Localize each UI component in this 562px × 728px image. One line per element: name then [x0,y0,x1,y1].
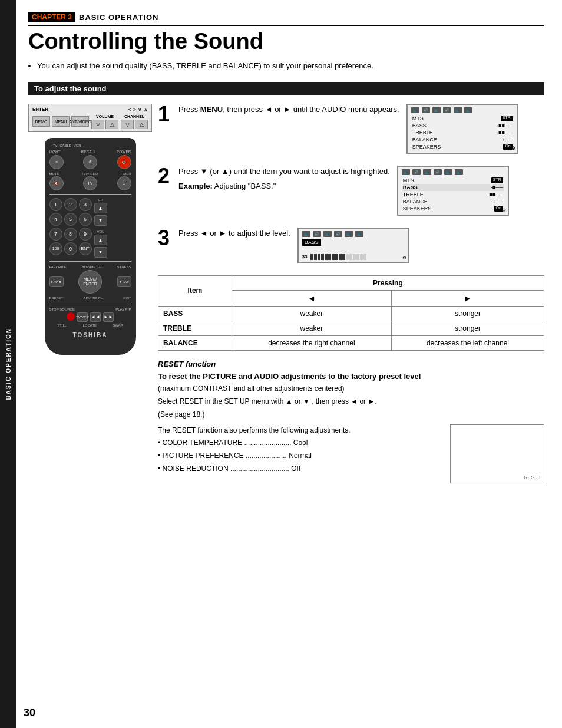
number-grid: 1 2 3 4 5 6 7 8 9 100 0 ENT [49,198,92,255]
reset-image-box: RESET [450,424,544,483]
rec-button[interactable] [67,312,75,321]
reset-item-3: • NOISE REDUCTION ......................… [158,463,441,476]
cp-arrows: < > ∨ ∧ [128,107,148,113]
ch-up-btn[interactable]: ▲ [94,203,107,213]
remote-container: →TV CABLE VCR LIGHT RECALL POWER ☀ ↺ ⏻ [28,138,152,355]
cp-enter-label: ENTER [32,107,48,113]
table-bass-right: stronger [391,306,544,321]
tv2-row-balance: BALANCE ·←─· [402,198,504,205]
step-3-number: 3 [158,228,173,249]
fav-right-button[interactable]: ►FAY [117,276,131,287]
cp-row1: ENTER < > ∨ ∧ [32,107,148,113]
page-title: Controlling the Sound [28,29,544,54]
step-3-content: Press ◄ or ► to adjust the level. 📺 🔊 📺 … [178,228,544,265]
table-treble-right: stronger [391,321,544,335]
ff-button[interactable]: ►► [103,312,114,322]
table-row-bass: BASS weaker stronger [158,306,544,321]
cp-ch-up[interactable]: △ [135,120,148,129]
sidebar: BASIC OPERATION [0,0,16,728]
vol-label: VOL [94,230,107,233]
cp-vol-down[interactable]: ▽ [91,120,104,129]
nav-row: FAV◄ MENU/ENTER ►FAY [49,270,131,294]
cp-ch-down[interactable]: ▽ [121,120,134,129]
reset-item-1: • COLOR TEMPERATURE ....................… [158,437,441,450]
bass-title: BASS [302,239,321,246]
recall-button[interactable]: ↺ [83,155,97,169]
btn-1[interactable]: 1 [49,198,62,211]
reset-item-2: • PICTURE PREFERENCE ...................… [158,450,441,463]
transport-row1: TV/VCR ◄◄ ►► [49,312,131,322]
timer-button[interactable]: ⏱ [117,176,131,190]
tv-screen-2: 📺 🔊 📺 🔊 📺 📺 MTS STR [397,166,509,216]
table-row-treble: TREBLE weaker stronger [158,321,544,335]
reset-list: The RESET function also performs the fol… [158,424,441,483]
preset-label: PRESET [49,297,64,300]
btn-2[interactable]: 2 [64,198,77,211]
cp-channel-label: CHANNEL [124,114,144,118]
tv-video-button[interactable]: TV [83,176,97,190]
btn-0[interactable]: 0 [64,242,77,255]
table-header-right: ► [391,290,544,306]
stress-label: STRESS [117,265,131,269]
recall-label: RECALL [81,150,96,154]
fav-left-button[interactable]: FAV◄ [49,276,64,287]
cp-ant-video-btn[interactable]: ANT/VIDEO [71,116,89,127]
vol-up-btn[interactable]: ▲ [94,235,107,245]
intro-bullets: You can adjust the sound quality (BASS, … [37,61,544,70]
reset-section: RESET function To reset the PICTURE and … [158,360,544,483]
chapter-number: 3 [68,13,72,21]
table-balance-right: decreases the left channel [391,335,544,350]
cp-demo-btn[interactable]: DEMO [32,116,50,127]
cp-menu-btn[interactable]: MENU [52,116,70,127]
remote: →TV CABLE VCR LIGHT RECALL POWER ☀ ↺ ⏻ [45,138,136,355]
power-button[interactable]: ⏻ [117,155,131,169]
cp-vol-up[interactable]: △ [105,120,118,129]
btn-7[interactable]: 7 [49,228,62,241]
power-label: POWER [117,150,131,154]
num-ch-row: 1 2 3 4 5 6 7 8 9 100 0 ENT [49,198,131,258]
step-2: 2 Press ▼ (or ▲) until the item you want… [158,166,544,217]
table-row-balance: BALANCE decreases the right channel decr… [158,335,544,350]
mute-button[interactable]: 🔇 [49,176,64,190]
step-1: 1 Press MENU, then press ◄ or ► until th… [158,104,544,155]
right-panel: 1 Press MENU, then press ◄ or ► until th… [158,104,544,483]
table-header-left: ◄ [232,290,391,306]
step-1-text: Press MENU, then press ◄ or ► until the … [178,104,399,116]
swap-label: SWAP [113,324,123,327]
adv-pip-ch2-label: ADV PIP CH [83,297,103,300]
vol-down-btn[interactable]: ▼ [94,247,107,258]
step-3-text: Press ◄ or ► to adjust the level. [178,228,290,239]
tv1-row-balance: BALANCE ·←─· [411,136,514,143]
btn-8[interactable]: 8 [64,228,77,241]
btn-9[interactable]: 9 [79,228,92,241]
btn-6[interactable]: 6 [79,213,92,226]
step-1-number: 1 [158,104,173,125]
tv1-row-mts: MTS STR [411,115,514,122]
tv1-row-speakers: SPEAKERS On [411,143,514,150]
light-button[interactable]: ☀ [49,155,64,169]
tv-vcr-button[interactable]: TV/VCR [77,312,88,322]
table-balance-item: BALANCE [158,335,232,350]
rew-button[interactable]: ◄◄ [90,312,101,322]
pressing-table: Item Pressing ◄ ► BASS weaker stronger [158,275,544,351]
main-content: CHAPTER 3 BASIC OPERATION Controlling th… [16,0,562,495]
btn-3[interactable]: 3 [79,198,92,211]
cp-btns-left: DEMO MENU ANT/VIDEO [32,116,89,127]
adv-pip-label: ADV/PIP CH [82,265,102,269]
chapter-word: CHAPTER [32,13,68,21]
fav-label: FAVORITE [49,265,67,269]
step-2-example: Example: Adjusting "BASS." [178,182,390,190]
ch-down-btn[interactable]: ▼ [94,215,107,226]
cp-row2: DEMO MENU ANT/VIDEO VOLUME ▽ △ CHANNEL [32,114,148,129]
menu-enter-button[interactable]: MENU/ENTER [78,270,102,294]
exit-label: EXIT [123,297,131,300]
timer-label: TIMER [120,172,131,176]
step-2-number: 2 [158,166,173,187]
table-treble-left: weaker [232,321,391,335]
step-1-tv: 📺 🔊 📺 🔊 📺 📺 MTS STR [406,104,518,155]
cp-volume-area: VOLUME ▽ △ [91,114,118,129]
btn-4[interactable]: 4 [49,213,62,226]
btn-5[interactable]: 5 [64,213,77,226]
btn-100[interactable]: 100 [49,242,62,255]
btn-ent[interactable]: ENT [79,242,92,255]
